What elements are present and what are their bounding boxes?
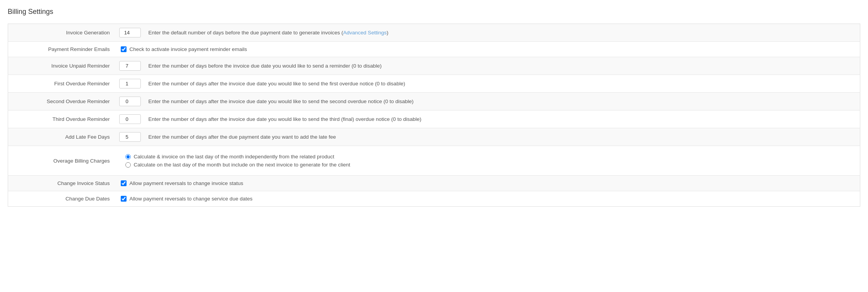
radio-cell-overage-billing-charges: Calculate & invoice on the last day of t… — [116, 146, 860, 176]
input-third-overdue-reminder[interactable] — [119, 114, 141, 124]
label-change-invoice-status: Change Invoice Status — [8, 176, 116, 191]
input-cell-third-overdue-reminder — [116, 110, 144, 128]
row-overage-billing-charges: Overage Billing ChargesCalculate & invoi… — [8, 146, 860, 176]
label-overage-billing-charges: Overage Billing Charges — [8, 146, 116, 176]
row-invoice-generation: Invoice GenerationEnter the default numb… — [8, 24, 860, 42]
link-invoice-generation[interactable]: Advanced Settings — [343, 30, 387, 36]
label-second-overdue-reminder: Second Overdue Reminder — [8, 93, 116, 110]
label-first-overdue-reminder: First Overdue Reminder — [8, 75, 116, 93]
input-second-overdue-reminder[interactable] — [119, 97, 141, 106]
label-add-late-fee-days: Add Late Fee Days — [8, 128, 116, 146]
radio-option-overage-billing-charges-0: Calculate & invoice on the last day of t… — [125, 154, 851, 160]
desc-add-late-fee-days: Enter the number of days after the due p… — [144, 128, 860, 146]
input-invoice-generation[interactable] — [119, 28, 141, 37]
label-third-overdue-reminder: Third Overdue Reminder — [8, 110, 116, 128]
desc-third-overdue-reminder: Enter the number of days after the invoi… — [144, 110, 860, 128]
radio-label-overage-billing-charges-0: Calculate & invoice on the last day of t… — [134, 154, 334, 160]
input-add-late-fee-days[interactable] — [119, 132, 141, 142]
input-cell-second-overdue-reminder — [116, 93, 144, 110]
row-first-overdue-reminder: First Overdue ReminderEnter the number o… — [8, 75, 860, 93]
checkbox-cell-change-invoice-status: Allow payment reversals to change invoic… — [116, 176, 860, 191]
label-change-due-dates: Change Due Dates — [8, 191, 116, 207]
label-payment-reminder-emails: Payment Reminder Emails — [8, 42, 116, 57]
radio-overage-billing-charges-0[interactable] — [125, 154, 131, 160]
row-second-overdue-reminder: Second Overdue ReminderEnter the number … — [8, 93, 860, 110]
desc-first-overdue-reminder: Enter the number of days after the invoi… — [144, 75, 860, 93]
input-cell-invoice-unpaid-reminder — [116, 57, 144, 75]
checkbox-cell-change-due-dates: Allow payment reversals to change servic… — [116, 191, 860, 207]
row-change-invoice-status: Change Invoice StatusAllow payment rever… — [8, 176, 860, 191]
radio-label-overage-billing-charges-1: Calculate on the last day of the month b… — [134, 162, 350, 168]
input-cell-add-late-fee-days — [116, 128, 144, 146]
input-cell-first-overdue-reminder — [116, 75, 144, 93]
row-payment-reminder-emails: Payment Reminder EmailsCheck to activate… — [8, 42, 860, 57]
checkbox-label-payment-reminder-emails: Check to activate invoice payment remind… — [130, 46, 247, 52]
row-invoice-unpaid-reminder: Invoice Unpaid ReminderEnter the number … — [8, 57, 860, 75]
billing-settings-table: Invoice GenerationEnter the default numb… — [8, 24, 860, 207]
label-invoice-unpaid-reminder: Invoice Unpaid Reminder — [8, 57, 116, 75]
desc-invoice-unpaid-reminder: Enter the number of days before the invo… — [144, 57, 860, 75]
radio-overage-billing-charges-1[interactable] — [125, 162, 131, 168]
input-cell-invoice-generation — [116, 24, 144, 42]
row-third-overdue-reminder: Third Overdue ReminderEnter the number o… — [8, 110, 860, 128]
checkbox-payment-reminder-emails[interactable] — [121, 46, 127, 52]
checkbox-label-change-due-dates: Allow payment reversals to change servic… — [130, 196, 253, 202]
page-title: Billing Settings — [8, 8, 860, 16]
desc-second-overdue-reminder: Enter the number of days after the invoi… — [144, 93, 860, 110]
checkbox-change-due-dates[interactable] — [121, 196, 127, 202]
row-change-due-dates: Change Due DatesAllow payment reversals … — [8, 191, 860, 207]
input-first-overdue-reminder[interactable] — [119, 79, 141, 88]
checkbox-label-change-invoice-status: Allow payment reversals to change invoic… — [130, 180, 243, 186]
label-invoice-generation: Invoice Generation — [8, 24, 116, 42]
row-add-late-fee-days: Add Late Fee DaysEnter the number of day… — [8, 128, 860, 146]
checkbox-change-invoice-status[interactable] — [121, 180, 127, 186]
radio-option-overage-billing-charges-1: Calculate on the last day of the month b… — [125, 162, 851, 168]
checkbox-cell-payment-reminder-emails: Check to activate invoice payment remind… — [116, 42, 860, 57]
desc-invoice-generation: Enter the default number of days before … — [144, 24, 860, 42]
input-invoice-unpaid-reminder[interactable] — [119, 61, 141, 71]
